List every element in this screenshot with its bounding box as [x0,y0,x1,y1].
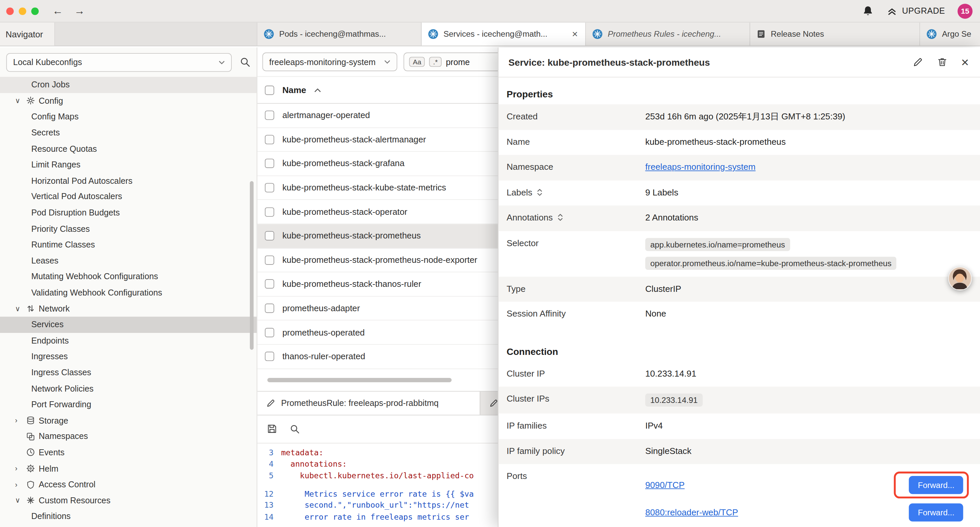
sidebar-item[interactable]: Validating Webhook Configurations [0,285,257,301]
sidebar-scrollbar[interactable] [250,181,253,350]
regex-toggle[interactable]: .* [429,57,441,67]
close-window-button[interactable] [6,7,14,15]
tree-chevron-icon[interactable]: › [15,417,26,424]
workspace-tab[interactable]: Services - icecheng@math... × [422,22,586,45]
line-number: 5 [258,470,281,481]
property-label: Name [507,137,530,146]
sidebar-item[interactable]: Events [0,444,257,461]
workspace-tab[interactable]: Argo Se × [920,22,980,45]
selector-chip: 10.233.14.91 [645,393,703,407]
property-value: kube-prometheus-stack-prometheus [645,137,786,146]
sidebar-item[interactable]: Mutating Webhook Configurations [0,269,257,285]
sidebar-item[interactable]: Vertical Pod Autoscalers [0,189,257,205]
port-link[interactable]: 9090/TCP [645,480,684,490]
property-label: Selector [507,238,539,248]
forward-button[interactable]: → [75,5,85,17]
sidebar-item[interactable]: Ingress Classes [0,365,257,381]
delete-button[interactable] [937,57,947,67]
save-icon[interactable] [267,424,277,434]
navigator-panel-title[interactable]: Navigator [0,22,55,45]
workspace-tab[interactable]: Pods - icecheng@mathmas... × [258,22,422,45]
property-label: Session Affinity [507,309,566,318]
row-checkbox[interactable] [265,207,274,217]
sidebar-item[interactable]: Limit Ranges [0,157,257,173]
sidebar-item[interactable]: ∨ Custom Resources [0,492,257,508]
row-checkbox[interactable] [265,328,274,337]
property-value: SingleStack [645,446,691,455]
workspace-tab[interactable]: Prometheus Rules - icecheng... × [586,22,750,45]
tree-chevron-icon[interactable]: ∨ [15,304,26,313]
scrollbar-thumb[interactable] [267,377,451,382]
sidebar-item[interactable]: Namespaces [0,428,257,444]
notifications-bell-icon[interactable] [862,5,874,17]
match-case-toggle[interactable]: Aa [409,57,425,67]
row-checkbox[interactable] [265,159,274,169]
edit-button[interactable] [912,57,923,67]
workspace-tab[interactable]: Release Notes × [750,22,920,45]
row-checkbox[interactable] [265,304,274,313]
sidebar-item[interactable]: Network Policies [0,381,257,396]
sidebar-item[interactable]: › Helm [0,461,257,477]
port-link[interactable]: 8080:reloader-web/TCP [645,507,738,517]
sidebar-item[interactable]: Ingresses [0,349,257,365]
row-checkbox[interactable] [265,111,274,120]
tree-chevron-icon[interactable] [15,433,26,440]
sidebar-item[interactable]: Resource Quotas [0,141,257,157]
editor-search-icon[interactable] [290,424,300,434]
row-checkbox[interactable] [265,183,274,193]
sidebar-item[interactable]: Definitions [0,508,257,524]
tree-chevron-icon[interactable]: › [15,465,26,472]
sidebar-item[interactable]: Pod Disruption Budgets [0,205,257,221]
property-label: Cluster IPs [507,393,549,404]
sidebar-item[interactable]: › Access Control [0,477,257,493]
forward-button[interactable]: Forward... [909,476,963,494]
property-row: Type ClusterIP [498,277,980,302]
sidebar-item[interactable]: Runtime Classes [0,237,257,253]
sidebar-item[interactable]: Config Maps [0,109,257,125]
sidebar-item[interactable]: Priority Classes [0,221,257,237]
property-label: Cluster IP [507,368,545,378]
property-label: Type [507,283,526,293]
back-button[interactable]: ← [52,5,63,17]
property-row: Created 253d 16h 6m ago (2025年1月13日 GMT+… [498,104,980,130]
sidebar-item[interactable]: Endpoints [0,333,257,349]
expand-arrows-icon[interactable] [557,213,563,222]
tree-chevron-icon[interactable]: › [15,481,26,488]
notification-count-badge[interactable]: 15 [958,3,973,18]
sidebar-item[interactable]: Services [0,317,257,333]
search-icon[interactable] [240,57,250,67]
sidebar-item[interactable]: Port Forwarding [0,396,257,412]
close-drawer-button[interactable]: × [961,56,969,69]
namespace-select[interactable]: freeleaps-monitoring-system [262,53,397,71]
row-checkbox[interactable] [265,352,274,361]
sidebar-item[interactable]: ∨ Config [0,93,257,109]
select-all-checkbox[interactable] [265,85,274,95]
sidebar-item[interactable]: Cron Jobs [0,77,257,93]
row-checkbox[interactable] [265,231,274,240]
tree-chevron-icon[interactable]: ∨ [15,96,26,105]
section-heading: Properties [507,89,980,99]
sidebar-item[interactable]: Horizontal Pod Autoscalers [0,173,257,189]
close-tab-icon[interactable]: × [571,29,579,40]
upgrade-button[interactable]: UPGRADE [886,5,945,17]
sidebar-item[interactable]: Leases [0,253,257,269]
section-heading: Connection [507,345,980,356]
row-checkbox[interactable] [265,135,274,144]
forward-button[interactable]: Forward... [909,503,963,521]
tree-chevron-icon[interactable]: ∨ [15,496,26,505]
minimize-window-button[interactable] [19,7,26,15]
user-avatar-overlay[interactable] [948,267,972,291]
property-row: Selector [498,231,980,277]
sidebar-item[interactable]: › Storage [0,412,257,428]
expand-arrows-icon[interactable] [537,188,543,196]
sidebar-item[interactable]: Secrets [0,125,257,141]
namespace-link[interactable]: freeleaps-monitoring-system [645,162,756,172]
row-checkbox[interactable] [265,280,274,289]
editor-tab[interactable]: PrometheusRule: freeleaps-prod-rabbitmq [258,392,480,415]
sidebar-item[interactable]: ∨ Network [0,301,257,317]
tree-chevron-icon[interactable] [15,449,26,456]
property-value: IPv4 [645,420,662,430]
maximize-window-button[interactable] [31,7,39,15]
row-checkbox[interactable] [265,255,274,265]
kubeconfig-select[interactable]: Local Kubeconfigs [6,53,232,72]
